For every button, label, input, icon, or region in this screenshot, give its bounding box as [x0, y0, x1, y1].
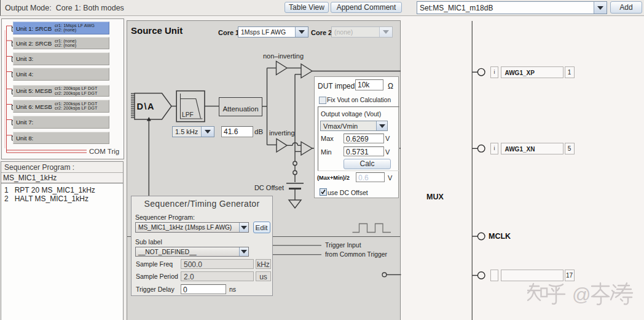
svg-text:@: @	[572, 284, 591, 305]
